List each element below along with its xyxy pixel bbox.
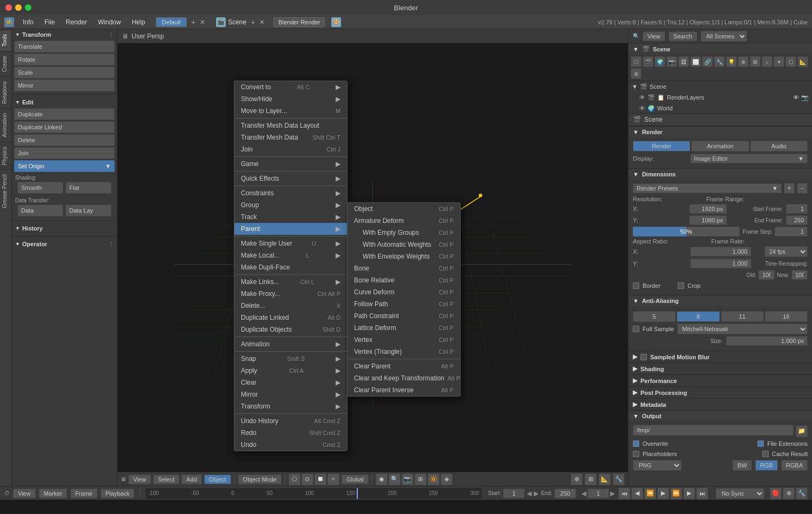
parent-follow-path[interactable]: Follow Path Ctrl P <box>348 298 460 310</box>
select-button[interactable]: Select <box>153 475 180 484</box>
next-frame-btn[interactable]: ▶ <box>683 487 695 499</box>
menu-show-hide[interactable]: Show/Hide ▶ <box>234 93 347 105</box>
scene-tb-btn5[interactable]: 🖼 <box>678 56 689 67</box>
start-frame-input[interactable] <box>786 204 808 214</box>
parent-auto-weights[interactable]: With Automatic Weights Ctrl P <box>348 239 460 251</box>
timeline-ruler[interactable]: -100 -50 0 50 100 150 200 250 300 <box>146 488 481 499</box>
tab-animation[interactable]: Animation <box>0 108 11 141</box>
menu-file[interactable]: File <box>40 17 59 27</box>
minimize-button[interactable] <box>15 4 22 11</box>
view-header-btn[interactable]: View <box>643 31 665 41</box>
scene-tb-btn12[interactable]: ⬦ <box>762 56 772 67</box>
rgb-btn[interactable]: RGB <box>755 460 778 471</box>
world-eye[interactable]: 👁 <box>639 105 645 111</box>
end-frame-input[interactable] <box>786 215 808 225</box>
workspace-close[interactable]: ✕ <box>200 18 205 26</box>
menu-make-local[interactable]: Make Local... L ▶ <box>234 249 347 261</box>
window-controls[interactable] <box>5 4 31 11</box>
tl-icon1[interactable]: 🔴 <box>770 487 782 499</box>
nav-btn3[interactable]: 📐 <box>599 473 611 485</box>
menu-convert-to[interactable]: Convert to Alt C ▶ <box>234 81 347 93</box>
res-y-input[interactable] <box>689 215 727 225</box>
placeholders-checkbox[interactable] <box>633 451 639 457</box>
set-origin-button[interactable]: Set Origin ▼ <box>14 160 115 172</box>
aa-header[interactable]: ▼ Anti-Aliasing <box>628 295 812 306</box>
view-button[interactable]: View <box>128 475 151 484</box>
parent-clear-keep[interactable]: Clear and Keep Transformation Alt P <box>348 372 460 384</box>
file-ext-checkbox[interactable] <box>757 440 764 447</box>
format-select[interactable]: PNG <box>633 460 682 471</box>
menu-track[interactable]: Track ▶ <box>234 211 347 223</box>
border-checkbox[interactable] <box>633 282 639 289</box>
parent-path-constraint[interactable]: Path Constraint Ctrl P <box>348 310 460 322</box>
tab-tools[interactable]: Tools <box>0 29 11 51</box>
tl-icon3[interactable]: 🔧 <box>796 487 808 499</box>
mode-button[interactable]: Object Mode <box>238 475 281 484</box>
start-frame-tl[interactable] <box>503 489 525 498</box>
menu-delete[interactable]: Delete... X <box>234 300 347 312</box>
parent-envelope-weights[interactable]: With Envelope Weights Ctrl P <box>348 251 460 262</box>
viewport[interactable]: 🖥 User Persp <box>117 29 628 486</box>
aa-filter-select[interactable]: Mitchell-Netravali <box>677 324 808 334</box>
aa-16[interactable]: 16 <box>765 311 808 322</box>
menu-mirror[interactable]: Mirror ▶ <box>234 388 347 400</box>
overlay-btn1[interactable]: ◉ <box>376 473 388 485</box>
output-header[interactable]: ▼ Output <box>628 411 812 421</box>
play-btn[interactable]: ▶ <box>657 487 669 499</box>
join-button[interactable]: Join <box>14 147 115 159</box>
parent-clear-inverse[interactable]: Clear Parent Inverse Alt P <box>348 384 460 396</box>
menu-dup-objects[interactable]: Duplicate Objects Shift D <box>234 324 347 335</box>
nav-btn1[interactable]: ⊕ <box>571 473 582 485</box>
motion-blur-header[interactable]: ▶ Sampled Motion Blur <box>628 351 812 363</box>
tab-relations[interactable]: Relations <box>0 76 11 108</box>
delete-button[interactable]: Delete <box>14 134 115 146</box>
parent-bone-relative[interactable]: Bone Relative Ctrl P <box>348 274 460 286</box>
scene-tb-btn7[interactable]: 🔗 <box>702 56 713 67</box>
playhead[interactable] <box>357 488 358 499</box>
tab-grease-pencil[interactable]: Grease Pencil <box>0 169 11 213</box>
render-btn[interactable]: ✧ <box>328 473 339 485</box>
render-tab-animation[interactable]: Animation <box>691 141 749 151</box>
menu-quick-effects[interactable]: Quick Effects ▶ <box>234 173 347 184</box>
res-x-input[interactable] <box>689 204 727 214</box>
overlay-btn3[interactable]: 📷 <box>402 473 414 485</box>
menu-parent[interactable]: Parent ▶ <box>234 223 347 235</box>
menu-group[interactable]: Group ▶ <box>234 199 347 211</box>
operator-options[interactable]: ⋮ <box>108 241 114 247</box>
layer-btn[interactable]: ⬡ <box>289 473 300 485</box>
dimensions-header[interactable]: ▼ Dimensions <box>628 169 812 180</box>
aa-8[interactable]: 8 <box>677 311 719 322</box>
aa-size-input[interactable] <box>726 336 808 346</box>
cache-checkbox[interactable] <box>762 451 769 457</box>
parent-lattice-deform[interactable]: Lattice Deform Ctrl P <box>348 322 460 334</box>
display-value[interactable]: Image Editor ▼ <box>690 154 808 163</box>
tab-create[interactable]: Create <box>0 51 11 76</box>
metadata-header[interactable]: ▶ Metadata <box>628 399 812 410</box>
smooth-button[interactable]: Smooth <box>17 182 63 194</box>
new-input[interactable] <box>791 270 808 280</box>
scene-select[interactable]: All Scenes <box>700 31 747 42</box>
parent-vertex[interactable]: Vertex Ctrl P <box>348 334 460 346</box>
search-header-btn[interactable]: Search <box>669 31 697 41</box>
timeline-marker-btn[interactable]: Marker <box>39 489 67 498</box>
global-button[interactable]: Global <box>342 475 369 484</box>
menu-render[interactable]: Render <box>61 17 91 27</box>
eye-icon[interactable]: 👁 <box>639 94 645 101</box>
menu-clear[interactable]: Clear ▶ <box>234 377 347 388</box>
scene-tb-btn13[interactable]: ✦ <box>774 56 784 67</box>
add-button[interactable]: Add <box>181 475 202 484</box>
overlay-btn2[interactable]: 🔍 <box>389 473 401 485</box>
bw-btn[interactable]: BW <box>732 460 752 471</box>
prev-keyframe-btn[interactable]: ⏪ <box>644 487 656 499</box>
frame-rate-select[interactable]: 24 fps <box>764 246 808 257</box>
render-presets-btn[interactable]: Render Presets ▼ <box>633 183 782 193</box>
overlay-btn6[interactable]: ◈ <box>441 473 453 485</box>
scene-tb-btn1[interactable]: ⬡ <box>631 56 641 67</box>
post-processing-header[interactable]: ▶ Post Processing <box>628 387 812 398</box>
aspect-x-input[interactable] <box>690 247 751 256</box>
parent-object[interactable]: Object Ctrl P <box>348 203 460 215</box>
aa-11[interactable]: 11 <box>721 311 764 322</box>
percent-bar-container[interactable]: 50% <box>633 227 739 236</box>
overwrite-checkbox[interactable] <box>633 440 639 447</box>
timeline-frame-btn[interactable]: Frame <box>70 489 97 498</box>
